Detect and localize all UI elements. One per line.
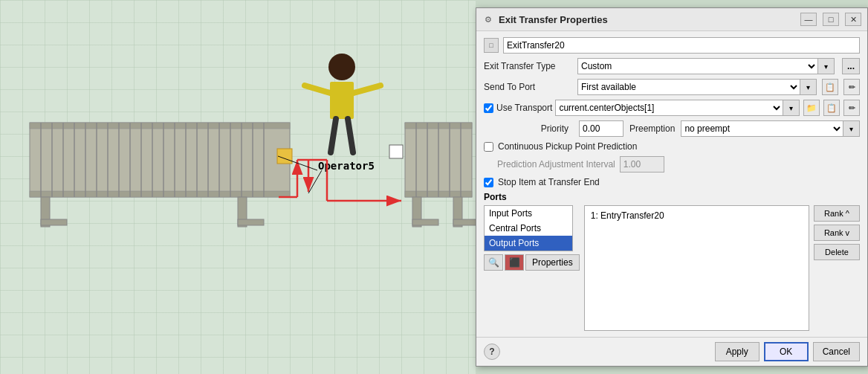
exit-type-label: Exit Transfer Type (484, 61, 573, 71)
preemption-dropdown-btn[interactable]: ▾ (843, 120, 860, 137)
svg-rect-38 (412, 219, 438, 225)
prediction-row: Prediction Adjustment Interval (484, 156, 860, 173)
dialog-titlebar: ⚙ Exit Transfer Properties — □ ✕ (476, 8, 867, 31)
ports-section-label: Ports (484, 192, 860, 202)
ports-type-list: Input Ports Central Ports Output Ports (484, 205, 573, 251)
continuous-pickup-checkbox[interactable] (484, 142, 493, 152)
priority-row: Priority Preemption no preempt preempt r… (484, 120, 860, 137)
dialog-title-icon: ⚙ (482, 13, 494, 25)
prediction-input (620, 156, 664, 173)
exit-type-combo: Custom ▾ (577, 58, 835, 74)
svg-rect-0 (30, 123, 290, 197)
name-row: □ (484, 37, 860, 54)
send-port-row: Send To Port First available Random By s… (484, 79, 860, 95)
svg-line-45 (331, 119, 336, 152)
transport-browse-btn[interactable]: 📋 (823, 100, 840, 116)
svg-rect-1 (30, 123, 290, 129)
transport-edit-btn[interactable]: ✏ (843, 100, 860, 116)
exit-type-row: Exit Transfer Type Custom ▾ ... (484, 58, 860, 74)
transport-folder-btn[interactable]: 📁 (803, 100, 820, 116)
maximize-button[interactable]: □ (823, 13, 839, 26)
conveyor-left (30, 123, 292, 227)
rank-down-button[interactable]: Rank v (814, 225, 860, 241)
dialog-body: □ Exit Transfer Type Custom ▾ ... Send T… (476, 31, 867, 337)
svg-line-56 (308, 170, 322, 193)
stop-item-row: Stop Item at Transfer End (484, 177, 860, 187)
transport-combo: current.centerObjects[1] ▾ (555, 100, 800, 116)
name-icon: □ (484, 38, 499, 53)
simulation-view: Operator5 (0, 0, 476, 374)
use-transport-checkbox[interactable] (484, 103, 493, 113)
svg-point-41 (328, 54, 355, 80)
send-port-select[interactable]: First available Random By sequence (577, 79, 800, 95)
svg-line-44 (354, 86, 380, 93)
ports-search-btn[interactable]: 🔍 (484, 254, 503, 271)
send-port-label: Send To Port (484, 82, 573, 92)
rank-up-button[interactable]: Rank ^ (814, 205, 860, 222)
ok-button[interactable]: OK (764, 342, 809, 361)
svg-rect-2 (30, 191, 290, 197)
ports-output-ports[interactable]: Output Ports (485, 236, 572, 251)
close-button[interactable]: ✕ (845, 13, 861, 26)
ports-central-ports[interactable]: Central Ports (485, 221, 572, 236)
prediction-label: Prediction Adjustment Interval (497, 159, 615, 170)
continuous-pickup-label: Continuous Pickup Point Prediction (498, 141, 637, 152)
svg-rect-25 (41, 219, 67, 225)
continuous-pickup-row: Continuous Pickup Point Prediction (484, 141, 860, 152)
send-port-browse-btn[interactable]: 📋 (822, 79, 838, 95)
ports-body: Input Ports Central Ports Output Ports 🔍… (484, 205, 860, 331)
transport-row: Use Transport current.centerObjects[1] ▾… (484, 100, 860, 116)
send-port-dropdown-btn[interactable]: ▾ (800, 79, 817, 95)
ports-right-buttons: Rank ^ Rank v Delete (814, 205, 860, 331)
svg-line-43 (305, 86, 330, 93)
ports-properties-btn[interactable]: Properties (525, 254, 580, 271)
dialog-window: ⚙ Exit Transfer Properties — □ ✕ □ Exit … (476, 7, 868, 367)
use-transport-label: Use Transport (496, 103, 552, 113)
delete-button[interactable]: Delete (814, 244, 860, 260)
preemption-combo: no preempt preempt restart ▾ (681, 120, 860, 137)
ports-bottom-icons: 🔍 ⬛ Properties (484, 254, 580, 271)
ports-input-ports[interactable]: Input Ports (485, 206, 572, 221)
exit-type-extra-btn[interactable]: ... (842, 58, 860, 74)
exit-type-select[interactable]: Custom (577, 58, 818, 74)
preemption-label: Preemption (629, 123, 675, 134)
ports-section: Ports Input Ports Central Ports Output P… (484, 192, 860, 331)
preemption-select[interactable]: no preempt preempt restart (681, 120, 843, 137)
apply-button[interactable]: Apply (715, 342, 760, 361)
ports-delete-icon-btn[interactable]: ⬛ (505, 254, 524, 271)
transport-dropdown-btn[interactable]: ▾ (783, 100, 800, 116)
svg-line-46 (348, 119, 353, 152)
priority-input[interactable] (579, 120, 624, 137)
svg-rect-47 (389, 145, 403, 158)
operator-figure (305, 54, 380, 152)
dialog-footer: ? Apply OK Cancel (476, 337, 867, 366)
svg-rect-27 (238, 219, 264, 225)
conveyor-right (405, 123, 476, 227)
exit-type-dropdown-btn[interactable]: ▾ (818, 58, 835, 74)
send-port-combo: First available Random By sequence ▾ (577, 79, 817, 95)
ports-content-item: 1: EntryTransfer20 (588, 209, 806, 222)
priority-label: Priority (484, 123, 573, 134)
dialog-title: Exit Transfer Properties (499, 14, 794, 25)
svg-rect-42 (330, 82, 354, 119)
svg-rect-40 (453, 219, 476, 225)
stop-item-label: Stop Item at Transfer End (498, 177, 600, 187)
stop-item-checkbox[interactable] (484, 178, 493, 187)
name-input[interactable] (503, 37, 860, 54)
ports-content: 1: EntryTransfer20 (584, 205, 809, 331)
svg-rect-28 (277, 149, 292, 164)
transport-select[interactable]: current.centerObjects[1] (555, 100, 783, 116)
cancel-button[interactable]: Cancel (813, 342, 860, 361)
minimize-button[interactable]: — (800, 13, 817, 26)
simulation-background: Operator5 (0, 0, 476, 374)
send-port-edit-btn[interactable]: ✏ (843, 79, 860, 95)
help-button[interactable]: ? (484, 344, 500, 360)
